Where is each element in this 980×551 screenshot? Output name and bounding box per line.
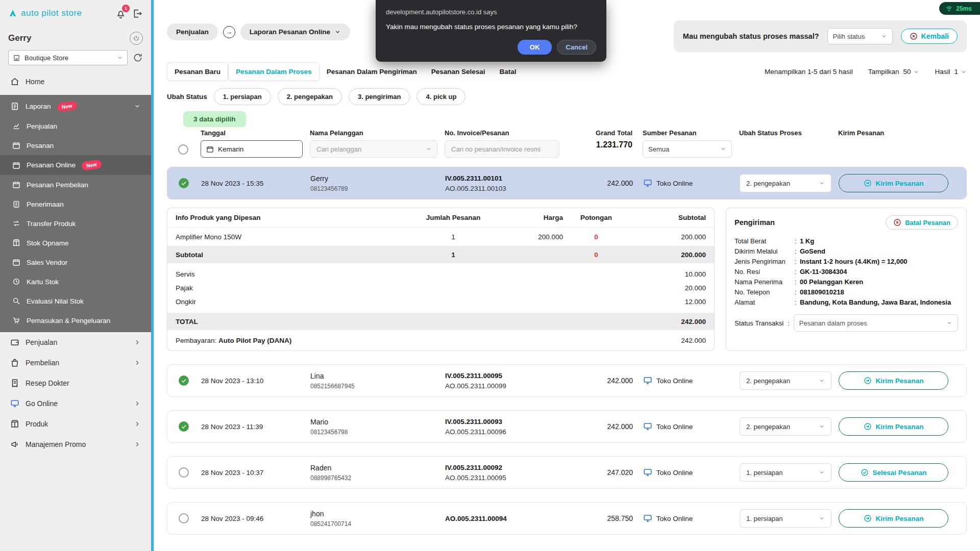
sidebar-item-pesanan[interactable]: Pesanan (0, 136, 151, 155)
customer-phone: 08123456789 (310, 185, 438, 192)
shipping-field: Jenis Pengiriman:Instant 1-2 hours (4.4K… (734, 256, 958, 266)
invoice-number: IV.005.2311.00092 (445, 464, 560, 471)
sidebar-item-transfer-produk[interactable]: Transfer Produk (0, 214, 151, 233)
dialog-ok-button[interactable]: OK (518, 40, 552, 55)
sidebar-item-sales-vendor[interactable]: Sales Vendor (0, 253, 151, 272)
order-row[interactable]: 28 Nov 2023 - 10:37 Raden 088998765432 I… (167, 456, 967, 489)
status-proses-select[interactable]: 2. pengepakan (740, 417, 831, 436)
order-source: Toko Online (656, 180, 693, 187)
order-total: 247.020 (567, 468, 636, 477)
sidebar-item-pesanan-online[interactable]: Pesanan Online New (0, 155, 151, 175)
breadcrumb-laporan-pesanan-online[interactable]: Laporan Pesanan Online (240, 23, 350, 40)
status-pill-pickup[interactable]: 4. pick up (416, 88, 465, 105)
chevron-down-icon (819, 515, 825, 521)
sidebar-item-pembelian[interactable]: Pembelian (0, 353, 151, 373)
customer-filter[interactable] (310, 140, 437, 158)
tab-pesanan-baru[interactable]: Pesanan Baru (167, 62, 228, 81)
dialog-cancel-button[interactable]: Cancel (557, 40, 596, 55)
page-size-select[interactable]: Tampilkan 50 (868, 68, 920, 76)
cart-icon (12, 316, 20, 324)
source-filter-select[interactable]: Semua (643, 140, 732, 158)
breadcrumb-penjualan[interactable]: Penjualan (167, 23, 218, 40)
date-filter[interactable]: Kemarin (201, 140, 303, 158)
calendar-icon (12, 181, 20, 189)
customer-search-input[interactable] (315, 145, 422, 154)
selesai-pesanan-button[interactable]: Selesai Pesanan (839, 463, 948, 482)
power-button[interactable] (130, 32, 143, 45)
order-row[interactable]: 28 Nov 2023 - 15:35 Gerry 08123456789 IV… (167, 167, 967, 199)
sidebar-item-laporan[interactable]: Laporan New (0, 96, 151, 116)
row-checkbox-checked[interactable] (179, 421, 189, 432)
status-transaksi-label: Status Transaksi (734, 319, 783, 327)
logout-icon[interactable] (132, 8, 143, 19)
status-pill-pengepakan[interactable]: 2. pengepakan (278, 88, 342, 105)
bulk-status-select[interactable]: Pilih status (827, 28, 893, 44)
customer-name: Mario (310, 418, 438, 426)
select-all-checkbox[interactable] (178, 144, 188, 155)
customer-phone: 085241700714 (310, 520, 438, 528)
refresh-icon[interactable] (133, 53, 143, 63)
sidebar-item-penerimaan[interactable]: Penerimaan (0, 194, 151, 214)
status-transaksi-select[interactable]: Pesanan dalam proses (794, 314, 958, 332)
tab-batal[interactable]: Batal (493, 63, 524, 81)
kirim-pesanan-button[interactable]: Kirim Pesanan (839, 417, 948, 436)
row-checkbox-checked[interactable] (179, 375, 189, 386)
calendar-icon (12, 258, 20, 266)
tab-pesanan-dalam-proses[interactable]: Pesanan Dalam Proses (228, 62, 320, 81)
product-info-panel: Info Produk yang Dipesan Jumlah Pesanan … (167, 208, 715, 351)
tab-pesanan-selesai[interactable]: Pesanan Selesai (424, 63, 493, 81)
invoice-filter[interactable] (445, 140, 559, 158)
monitor-icon (643, 179, 652, 188)
kirim-pesanan-label: Kirim Pesanan (838, 129, 948, 137)
store-selector[interactable]: Boutique Store (8, 50, 128, 65)
sidebar-item-pesanan-pembelian[interactable]: Pesanan Pembelian (0, 175, 151, 194)
page-select[interactable]: Hasil 1 (935, 68, 967, 76)
row-checkbox[interactable] (179, 467, 189, 478)
shipping-field: No. Resi:GK-11-3084304 (734, 266, 958, 277)
sumber-pesanan-label: Sumber Pesanan (643, 129, 732, 137)
bulk-question: Mau mengubah status proses massal? (683, 32, 819, 40)
grand-total-value: 1.231.770 (567, 140, 635, 149)
status-proses-select[interactable]: 1. persiapan (740, 463, 831, 482)
chevron-down-icon (819, 423, 825, 430)
status-proses-select[interactable]: 2. pengepakan (740, 371, 831, 390)
notifications-button[interactable]: 1 (115, 8, 126, 19)
status-pill-pengiriman[interactable]: 3. pengiriman (349, 88, 410, 105)
sidebar-item-evaluasi-nilai-stok[interactable]: Evaluasi Nilai Stok (0, 291, 151, 311)
order-row[interactable]: 28 Nov 2023 - 13:10 Lina 0852156687945 I… (167, 364, 967, 397)
grand-total-label: Grand Total (567, 129, 635, 137)
app-logo[interactable]: auto pilot store (8, 8, 82, 18)
kirim-pesanan-button[interactable]: Kirim Pesanan (839, 371, 948, 390)
status-pill-persiapan[interactable]: 1. persiapan (214, 88, 271, 105)
fee-line: Ongkir 12.000 (167, 295, 714, 309)
order-row[interactable]: 28 Nov 2023 - 09:46 jhon 085241700714 AO… (167, 502, 967, 535)
batal-pesanan-button[interactable]: Batal Pesanan (886, 215, 958, 230)
kirim-pesanan-button[interactable]: Kirim Pesanan (839, 509, 948, 528)
sidebar-item-manajemen-promo[interactable]: Manajemen Promo (0, 434, 151, 455)
row-checkbox[interactable] (179, 513, 189, 523)
selection-count-note: 3 data dipilih (183, 111, 246, 127)
sidebar-item-stok-opname[interactable]: Stok Opname (0, 233, 151, 253)
kembali-button[interactable]: Kembali (901, 29, 958, 44)
kirim-pesanan-button[interactable]: Kirim Pesanan (839, 174, 948, 192)
tab-pesanan-dalam-pengiriman[interactable]: Pesanan Dalam Pengiriman (320, 63, 424, 81)
sidebar-item-home[interactable]: Home (0, 71, 151, 92)
status-proses-select[interactable]: 2. pengepakan (740, 174, 831, 192)
nama-pelanggan-label: Nama Pelanggan (310, 129, 437, 137)
order-number: AO.005.2311.00096 (445, 428, 560, 436)
row-checkbox-checked[interactable] (179, 178, 189, 188)
status-proses-select[interactable]: 1. persiapan (740, 509, 831, 528)
sidebar-item-produk[interactable]: Produk (0, 414, 151, 434)
sidebar-item-go-online[interactable]: Go Online (0, 393, 151, 414)
order-row[interactable]: 28 Nov 2023 - 11:39 Mario 08123456798 IV… (167, 410, 967, 443)
order-total: 242.000 (567, 179, 636, 187)
home-icon (10, 77, 19, 86)
sidebar-item-resep-dokter[interactable]: Resep Dokter (0, 373, 151, 393)
sidebar-item-penjualan-laporan[interactable]: Penjualan (0, 116, 151, 136)
power-icon (133, 35, 140, 42)
chevron-down-icon (426, 146, 432, 152)
invoice-search-input[interactable] (450, 145, 554, 154)
sidebar-item-kartu-stok[interactable]: Kartu Stok (0, 272, 151, 291)
sidebar-item-pemasukan-pengeluaran[interactable]: Pemasukan & Pengeluaran (0, 311, 151, 330)
sidebar-item-penjualan[interactable]: Penjualan (0, 332, 151, 353)
